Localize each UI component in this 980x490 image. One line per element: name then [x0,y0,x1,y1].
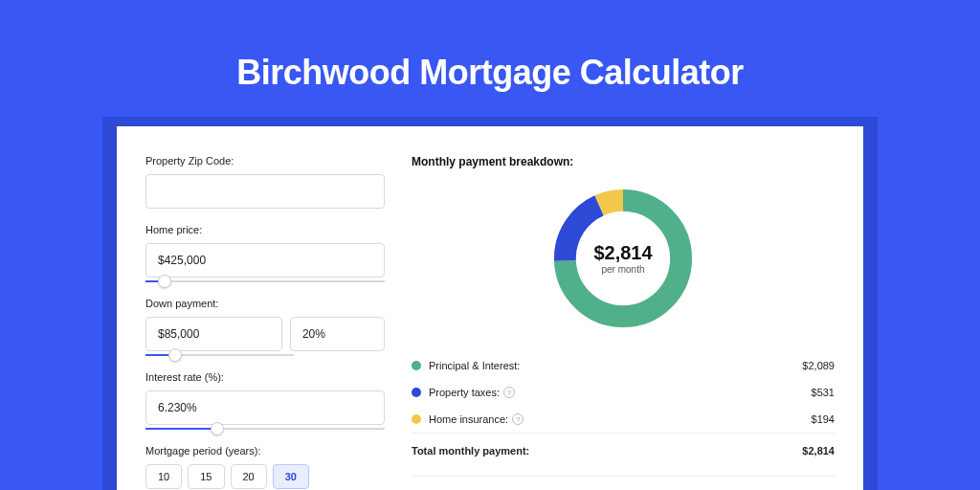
donut-chart: $2,814 per month [546,182,700,335]
interest-field-group: Interest rate (%): [145,371,385,430]
legend-value: $194 [812,413,835,425]
total-label: Total monthly payment: [412,445,802,457]
donut-sub: per month [593,264,652,275]
down-payment-row [145,317,385,351]
period-option-30[interactable]: 30 [273,464,309,489]
form-column: Property Zip Code: Home price: Down paym… [145,155,385,490]
legend-row: Property taxes:?$531 [412,379,835,406]
legend-value: $2,089 [802,360,835,371]
total-row: Total monthly payment: $2,814 [412,433,835,464]
interest-slider[interactable] [145,428,385,430]
legend-label: Property taxes:? [429,387,812,398]
down-payment-percent-input[interactable] [290,317,385,351]
hero: Birchwood Mortgage Calculator [0,0,980,117]
slider-fill [145,428,217,430]
home-price-label: Home price: [145,224,385,235]
period-label: Mortgage period (years): [145,445,385,457]
slider-thumb[interactable] [211,422,224,435]
legend-label: Home insurance:? [429,413,812,425]
down-payment-amount-input[interactable] [145,317,282,351]
slider-thumb[interactable] [168,348,182,362]
total-value: $2,814 [802,445,835,457]
donut-amount: $2,814 [593,242,652,264]
legend-swatch [412,388,421,397]
zip-label: Property Zip Code: [145,155,385,167]
home-price-field-group: Home price: [145,224,385,282]
down-payment-label: Down payment: [145,298,385,309]
period-option-10[interactable]: 10 [145,464,182,489]
breakdown-legend: Principal & Interest:$2,089Property taxe… [412,352,835,433]
legend-row: Principal & Interest:$2,089 [412,352,835,379]
period-field-group: Mortgage period (years): 10152030 [145,445,385,489]
down-payment-slider[interactable] [145,354,294,356]
down-payment-field-group: Down payment: [145,298,385,356]
legend-swatch [412,414,421,424]
home-price-input[interactable] [145,243,385,278]
donut-center: $2,814 per month [593,242,652,275]
zip-input[interactable] [145,174,385,209]
interest-label: Interest rate (%): [145,371,385,383]
info-icon[interactable]: ? [512,413,523,425]
section-divider [412,476,835,477]
info-icon[interactable]: ? [503,387,515,398]
interest-input[interactable] [145,390,385,425]
legend-label: Principal & Interest: [429,360,802,371]
page-title: Birchwood Mortgage Calculator [0,53,980,93]
home-price-slider[interactable] [145,280,385,282]
period-option-20[interactable]: 20 [231,464,267,489]
breakdown-title: Monthly payment breakdown: [412,155,835,168]
legend-row: Home insurance:?$194 [412,406,835,433]
legend-value: $531 [812,387,835,398]
card-backdrop: Property Zip Code: Home price: Down paym… [102,117,878,490]
calculator-card: Property Zip Code: Home price: Down paym… [117,126,863,490]
breakdown-column: Monthly payment breakdown: $2,814 per mo… [412,155,835,490]
period-option-15[interactable]: 15 [188,464,224,489]
legend-swatch [412,361,421,370]
slider-thumb[interactable] [158,275,171,288]
zip-field-group: Property Zip Code: [145,155,385,209]
period-options: 10152030 [145,464,385,489]
